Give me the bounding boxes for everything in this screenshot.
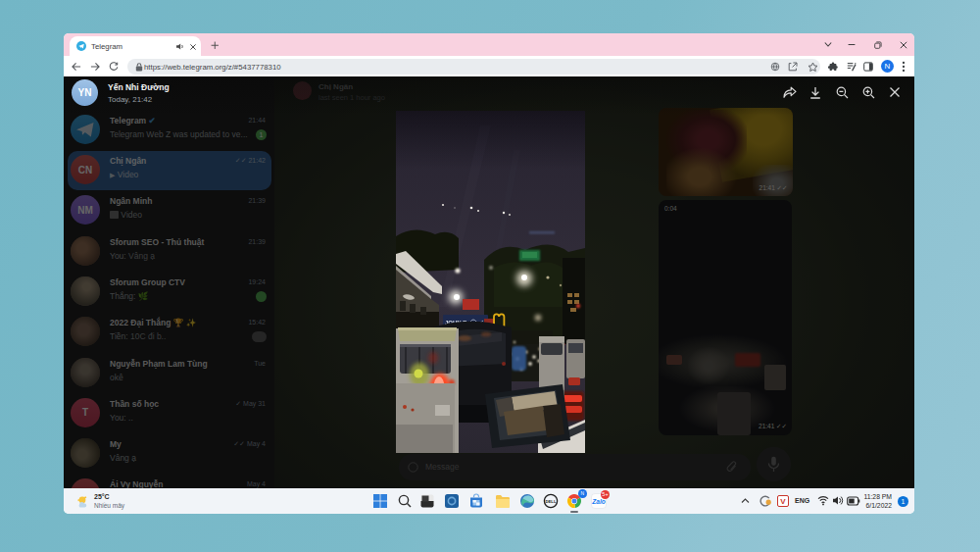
svg-text:DELL: DELL [546, 499, 557, 504]
svg-text:Zalo: Zalo [591, 498, 605, 505]
svg-text:V: V [780, 497, 786, 506]
